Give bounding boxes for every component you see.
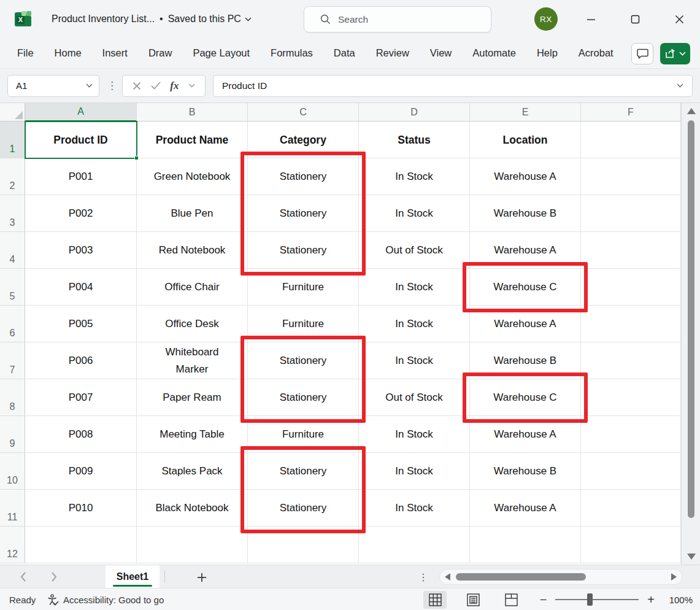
cell-A11[interactable]: P010 [25,490,137,527]
row-header-5[interactable]: 5 [0,269,25,306]
cell-F8[interactable] [581,379,681,416]
cell-B7[interactable]: Whiteboard Marker [137,342,248,379]
row-header-8[interactable]: 8 [0,379,25,416]
column-header-C[interactable]: C [248,103,359,122]
cell-A7[interactable]: P006 [25,342,137,379]
cell-B12[interactable] [137,527,248,563]
cell-F2[interactable] [581,158,681,195]
accessibility-status[interactable]: Accessibility: Good to go [47,589,164,610]
cell-B5[interactable]: Office Chair [137,269,248,306]
formula-input[interactable]: Product ID [213,75,693,97]
comments-button[interactable] [631,43,653,64]
row-header-4[interactable]: 4 [0,232,25,269]
cell-B1[interactable]: Product Name [137,122,248,158]
saved-status-dropdown[interactable]: Saved to this PC [168,14,252,25]
tab-sheet1[interactable]: Sheet1 [106,565,160,589]
cell-B9[interactable]: Meeting Table [137,416,248,453]
cell-E5[interactable]: Warehouse C [470,269,581,306]
column-header-D[interactable]: D [359,103,470,122]
cell-F12[interactable] [581,527,681,563]
cell-C7[interactable]: Stationery [248,342,359,379]
share-button[interactable] [660,43,690,64]
cell-A6[interactable]: P005 [25,306,137,342]
search-box[interactable] [304,6,491,33]
cell-D2[interactable]: In Stock [359,158,470,195]
cell-D12[interactable] [359,527,470,563]
row-header-1[interactable]: 1 [0,122,25,158]
cell-E11[interactable]: Warehouse A [470,490,581,527]
cell-C6[interactable]: Furniture [248,306,359,342]
normal-view-button[interactable] [423,591,447,609]
row-header-12[interactable]: 12 [0,527,25,563]
cell-C8[interactable]: Stationery [248,379,359,416]
cell-B11[interactable]: Black Notebook [137,490,248,527]
search-input[interactable] [338,14,473,25]
cell-F1[interactable] [581,122,681,158]
scroll-left-icon[interactable] [445,573,450,581]
cell-B8[interactable]: Paper Ream [137,379,248,416]
cell-E12[interactable] [470,527,581,563]
cell-B6[interactable]: Office Desk [137,306,248,342]
ribbon-tab-acrobat[interactable]: Acrobat [568,38,624,69]
add-sheet-button[interactable] [194,569,210,585]
chevron-down-icon[interactable] [188,83,195,88]
close-button[interactable] [669,9,690,29]
ribbon-tab-page-layout[interactable]: Page Layout [182,38,260,69]
scroll-down-icon[interactable] [687,554,696,560]
cell-C3[interactable]: Stationery [248,195,359,232]
cancel-icon[interactable] [133,82,141,90]
cell-B2[interactable]: Green Notebook [137,158,248,195]
cell-F7[interactable] [581,342,681,379]
row-header-3[interactable]: 3 [0,195,25,232]
cell-A12[interactable] [25,527,137,563]
cell-E6[interactable]: Warehouse A [470,306,581,342]
page-layout-view-button[interactable] [461,591,485,609]
name-box[interactable]: A1 [7,75,99,97]
cell-D10[interactable]: In Stock [359,453,470,490]
row-header-2[interactable]: 2 [0,158,25,195]
zoom-level[interactable]: 100% [663,595,693,605]
horizontal-scrollbar[interactable] [439,569,682,585]
cell-E4[interactable]: Warehouse A [470,232,581,269]
page-break-view-button[interactable] [499,591,523,609]
cell-E7[interactable]: Warehouse B [470,342,581,379]
expand-formula-bar-icon[interactable] [677,83,683,88]
cell-D3[interactable]: In Stock [359,195,470,232]
row-header-7[interactable]: 7 [0,342,25,379]
ribbon-tab-view[interactable]: View [420,38,462,69]
insert-function-button[interactable]: fx [170,80,179,92]
cell-E3[interactable]: Warehouse B [470,195,581,232]
cell-C11[interactable]: Stationery [248,490,359,527]
formula-bar-grip[interactable]: ⋮ [107,79,117,92]
column-header-F[interactable]: F [581,103,681,122]
zoom-in-button[interactable]: + [647,593,655,606]
next-sheet-button[interactable] [47,569,61,584]
cell-C12[interactable] [248,527,359,563]
ribbon-tab-draw[interactable]: Draw [138,38,183,69]
cell-F6[interactable] [581,306,681,342]
cell-A4[interactable]: P003 [25,232,137,269]
maximize-button[interactable] [625,9,645,29]
scroll-right-icon[interactable] [671,573,677,581]
account-avatar[interactable]: RX [534,7,558,31]
cell-A1[interactable]: Product ID [25,122,137,158]
ribbon-tab-insert[interactable]: Insert [92,38,138,69]
cell-E8[interactable]: Warehouse C [470,379,581,416]
cell-D7[interactable]: In Stock [359,342,470,379]
column-header-A[interactable]: A [25,103,137,122]
row-header-9[interactable]: 9 [0,416,25,453]
prev-sheet-button[interactable] [16,569,31,584]
cell-C1[interactable]: Category [248,122,359,158]
ribbon-tab-home[interactable]: Home [44,38,92,69]
cell-D6[interactable]: In Stock [359,306,470,342]
ribbon-tab-automate[interactable]: Automate [462,38,526,69]
row-header-10[interactable]: 10 [0,453,25,490]
cell-E10[interactable]: Warehouse B [470,453,581,490]
ribbon-tab-file[interactable]: File [7,38,44,69]
cell-F4[interactable] [581,232,681,269]
cell-B4[interactable]: Red Notebook [137,232,248,269]
minimize-button[interactable] [580,9,601,29]
cell-A5[interactable]: P004 [25,269,137,306]
cell-C5[interactable]: Furniture [248,269,359,306]
select-all-corner[interactable] [0,103,25,122]
